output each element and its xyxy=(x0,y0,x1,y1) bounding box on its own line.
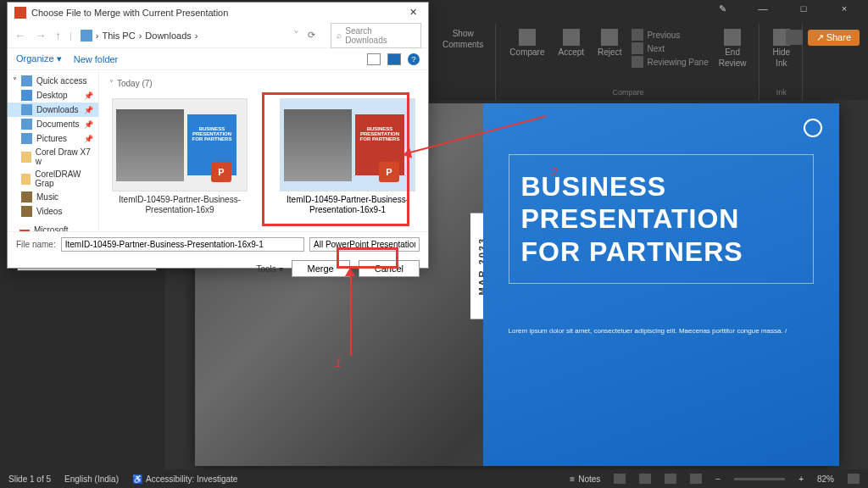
pptx-badge-icon: P xyxy=(211,162,231,182)
tools-menu[interactable]: Tools ▾ xyxy=(256,264,282,274)
share-button[interactable]: ↗ Share xyxy=(808,30,860,46)
dialog-buttons: Tools ▾ Merge Cancel xyxy=(8,257,428,284)
accept-button[interactable]: Accept xyxy=(555,27,588,69)
pptx-badge-icon: P xyxy=(379,162,399,182)
dialog-toolbar: Organize ▾ New folder ? xyxy=(8,48,428,70)
dialog-title-bar: Choose File to Merge with Current Presen… xyxy=(8,3,428,23)
file-type-filter[interactable] xyxy=(309,237,420,252)
pictures-icon xyxy=(21,133,32,144)
search-input[interactable]: ⌕ Search Downloads xyxy=(331,23,421,48)
music-icon xyxy=(21,191,32,202)
folder-icon xyxy=(21,174,31,185)
zoom-level[interactable]: 82% xyxy=(817,474,834,484)
reject-icon xyxy=(601,29,618,46)
slide-blue-panel: BUSINESS PRESENTATION FOR PARTNERS Lorem… xyxy=(483,103,839,466)
normal-view-icon[interactable] xyxy=(614,474,626,484)
file-name-label: ItemID-10459-Partner-Business-Presentati… xyxy=(108,195,252,215)
maximize-button[interactable]: □ xyxy=(787,3,821,20)
tree-desktop[interactable]: Desktop📌 xyxy=(8,88,98,103)
show-comments-button[interactable]: ShowComments xyxy=(439,27,487,51)
close-button[interactable]: × xyxy=(827,3,861,20)
merge-button[interactable]: Merge xyxy=(292,260,350,277)
powerpoint-icon xyxy=(14,7,26,19)
nav-up-button[interactable]: ↑ xyxy=(55,29,61,42)
tree-quick-access[interactable]: ˅Quick access xyxy=(8,74,98,88)
file-item-1[interactable]: BUSINESS PRESENTATION FOR PARTNERS P Ite… xyxy=(108,98,252,215)
nav-forward-button[interactable]: → xyxy=(35,29,47,42)
pencil-icon[interactable]: ✎ xyxy=(705,3,739,20)
next-button[interactable]: Next xyxy=(632,42,708,54)
desktop-icon xyxy=(21,90,32,101)
breadcrumb[interactable]: › This PC › Downloads › xyxy=(81,30,198,42)
slide-subtitle: Lorem ipsum dolor sit amet, consectetuer… xyxy=(509,326,814,337)
zoom-in[interactable]: + xyxy=(798,474,804,484)
reject-button[interactable]: Reject xyxy=(594,27,625,69)
next-icon xyxy=(632,42,643,54)
end-review-button[interactable]: EndReview xyxy=(715,27,750,69)
tree-videos[interactable]: Videos xyxy=(8,204,98,219)
accept-icon xyxy=(563,29,580,46)
dialog-nav-bar: ← → ↑ | › This PC › Downloads › ˅ ⟳ ⌕ Se… xyxy=(8,23,428,48)
fit-window-icon[interactable] xyxy=(848,474,860,484)
tree-downloads[interactable]: Downloads📌 xyxy=(8,103,98,117)
sorter-view-icon[interactable] xyxy=(639,474,651,484)
reviewing-pane-button[interactable]: Reviewing Pane xyxy=(632,56,708,68)
tree-documents[interactable]: Documents📌 xyxy=(8,117,98,131)
download-icon xyxy=(81,30,92,42)
slide-counter[interactable]: Slide 1 of 5 xyxy=(8,474,51,484)
videos-icon xyxy=(21,206,32,217)
file-item-2[interactable]: BUSINESS PRESENTATION FOR PARTNERS P Ite… xyxy=(275,98,420,215)
breadcrumb-dropdown[interactable]: ˅ xyxy=(293,29,299,42)
tree-corel-x7[interactable]: Corel Draw X7 w xyxy=(8,146,98,168)
today-heading: ˅Today (7) xyxy=(108,75,420,92)
tree-pictures[interactable]: Pictures📌 xyxy=(8,131,98,146)
file-merge-dialog: Choose File to Merge with Current Presen… xyxy=(7,2,429,269)
folder-tree[interactable]: ˅Quick access Desktop📌 Downloads📌 Docume… xyxy=(8,70,99,231)
file-thumbnail: BUSINESS PRESENTATION FOR PARTNERS P xyxy=(280,98,415,191)
notes-button[interactable]: ≡ Notes xyxy=(570,474,600,484)
tree-music[interactable]: Music xyxy=(8,190,98,204)
previous-button[interactable]: Previous xyxy=(632,29,708,41)
pane-icon xyxy=(632,56,643,68)
filename-label: File name: xyxy=(16,240,56,249)
annotation-label-1: 1 xyxy=(335,356,342,369)
dialog-close-button[interactable]: ✕ xyxy=(409,7,421,19)
tree-ms-powerpoint[interactable]: ›Microsoft PowerP xyxy=(8,224,98,231)
zoom-slider[interactable] xyxy=(734,478,785,480)
ribbon-group-compare: Compare Accept Reject Previous Next Revi… xyxy=(498,24,759,100)
ink-group-label: Ink xyxy=(776,88,787,97)
minimize-button[interactable]: — xyxy=(746,3,780,20)
compare-button[interactable]: Compare xyxy=(506,27,548,69)
slide-logo-icon xyxy=(804,119,822,137)
downloads-icon xyxy=(21,104,32,115)
view-mode-button[interactable] xyxy=(367,53,381,65)
comments-icon[interactable] xyxy=(786,30,803,45)
folder-icon xyxy=(21,152,31,163)
top-right-actions: ↗ Share xyxy=(786,30,860,46)
status-bar: Slide 1 of 5 English (India) ♿ Accessibi… xyxy=(0,469,868,488)
powerpoint-icon xyxy=(19,230,30,232)
slideshow-view-icon[interactable] xyxy=(690,474,702,484)
accessibility-check[interactable]: ♿ Accessibility: Investigate xyxy=(132,474,237,484)
filename-input[interactable] xyxy=(61,237,304,252)
new-folder-button[interactable]: New folder xyxy=(74,54,119,64)
tree-corel-graphics[interactable]: CorelDRAW Grap xyxy=(8,168,98,190)
documents-icon xyxy=(21,119,32,130)
zoom-out[interactable]: − xyxy=(715,474,721,484)
ribbon-group-comments: ShowComments xyxy=(431,24,496,100)
preview-pane-button[interactable] xyxy=(387,53,401,65)
language-indicator[interactable]: English (India) xyxy=(64,474,119,484)
dialog-body: ˅Quick access Desktop📌 Downloads📌 Docume… xyxy=(8,70,428,231)
refresh-button[interactable]: ⟳ xyxy=(308,30,315,41)
file-name-label: ItemID-10459-Partner-Business-Presentati… xyxy=(275,195,420,215)
reading-view-icon[interactable] xyxy=(665,474,676,484)
organize-menu[interactable]: Organize ▾ xyxy=(16,53,62,64)
dialog-title: Choose File to Merge with Current Presen… xyxy=(31,8,228,18)
star-icon xyxy=(21,75,32,86)
annotation-label-2: 2 xyxy=(551,165,558,179)
compare-icon xyxy=(519,29,536,46)
help-button[interactable]: ? xyxy=(408,53,420,65)
file-list[interactable]: ˅Today (7) BUSINESS PRESENTATION FOR PAR… xyxy=(99,70,428,231)
cancel-button[interactable]: Cancel xyxy=(359,260,420,277)
nav-back-button[interactable]: ← xyxy=(14,29,26,42)
